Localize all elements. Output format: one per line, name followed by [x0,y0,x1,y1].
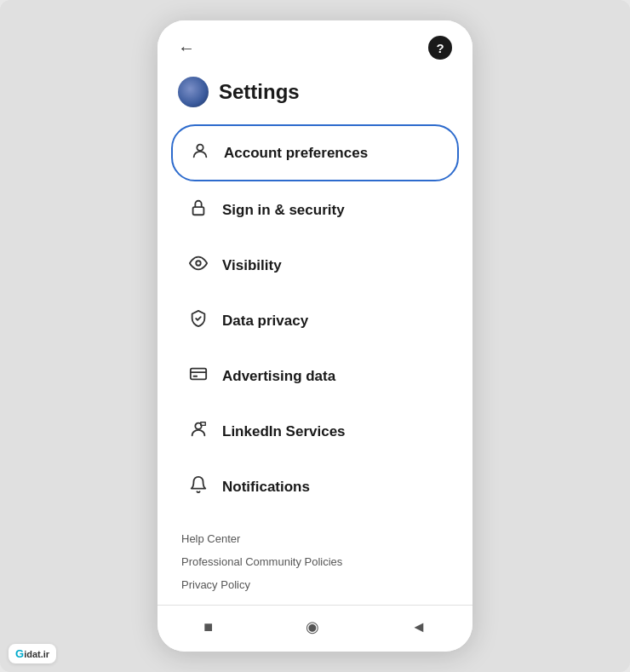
footer-link[interactable]: Privacy Policy [181,578,449,591]
menu-item-notifications[interactable]: Notifications [171,460,459,514]
help-button[interactable]: ? [428,36,452,60]
footer-link[interactable]: Help Center [181,532,449,545]
svg-point-2 [196,261,201,266]
settings-title: Settings [219,80,300,104]
menu-item-sign-in-security[interactable]: Sign in & security [171,183,459,237]
person-badge-icon [188,420,209,443]
top-bar: ← ? [158,20,472,68]
menu-item-label-sign-in-security: Sign in & security [222,202,345,219]
menu-item-label-data-privacy: Data privacy [222,313,308,330]
svg-rect-3 [191,369,206,380]
menu-item-visibility[interactable]: Visibility [171,238,459,292]
settings-header: Settings [158,68,472,121]
shield-icon [188,309,209,332]
settings-avatar-icon [178,77,209,107]
menu-item-account-preferences[interactable]: Account preferences [171,124,459,181]
menu-item-label-visibility: Visibility [222,257,282,274]
menu-item-advertising-data[interactable]: Advertising data [171,349,459,403]
menu-list: Account preferences Sign in & security V… [158,121,472,514]
menu-item-label-linkedin-services: LinkedIn Services [222,423,346,440]
eye-icon [188,254,209,277]
phone-frame: ← ? Settings Account preferences Sign in… [158,20,472,652]
nav-icon-2[interactable]: ◄ [411,618,427,636]
footer-link[interactable]: Professional Community Policies [181,555,449,568]
menu-item-data-privacy[interactable]: Data privacy [171,294,459,347]
svg-point-0 [197,145,203,151]
menu-item-label-notifications: Notifications [222,479,310,496]
menu-item-linkedin-services[interactable]: LinkedIn Services [171,405,459,458]
nav-bar: ■◉◄ [158,605,472,652]
footer-links: Help CenterProfessional Community Polici… [158,515,472,605]
person-icon [190,141,210,164]
card-icon [188,365,209,388]
menu-item-label-advertising-data: Advertising data [222,368,335,385]
nav-icon-1[interactable]: ◉ [306,617,319,636]
lock-icon [188,198,209,221]
bell-icon [188,475,209,498]
back-button[interactable]: ← [178,38,195,58]
svg-rect-1 [193,207,204,215]
watermark: Gidat.ir [9,644,56,663]
nav-icon-0[interactable]: ■ [203,618,213,636]
menu-item-label-account-preferences: Account preferences [224,145,368,162]
